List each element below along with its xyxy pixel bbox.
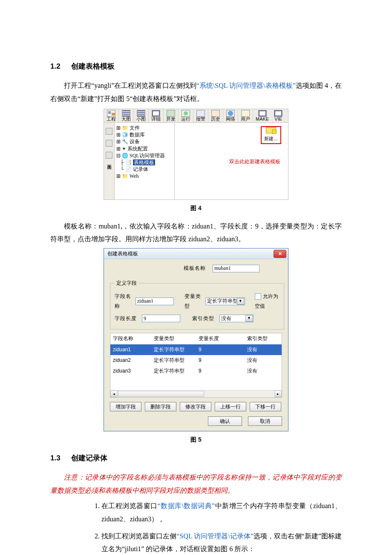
col-idx-type: 索引类型 <box>245 333 282 344</box>
user-icon <box>241 110 250 117</box>
tree-item-database[interactable]: ⊞ 🧊 数据库 <box>115 131 174 138</box>
cell: ziduan1 <box>110 344 151 355</box>
vtab-system[interactable]: 系统 <box>107 124 112 126</box>
toolbar-history[interactable]: 历史 <box>208 109 223 122</box>
figure-4-caption: 图 4 <box>50 202 342 214</box>
label: 运行 <box>181 117 190 121</box>
cell: 9 <box>196 355 245 366</box>
field-list[interactable]: 字段名称 变量类型 变量长度 索引类型 ziduan1 定长字符串型 9 没有 … <box>110 333 282 398</box>
dialog-title: 创建表格模板 <box>107 249 138 259</box>
label: 历史 <box>211 117 220 121</box>
toolbar-smallicon[interactable]: 小图 <box>134 109 149 122</box>
paragraph-1: 打开工程“yangli”在工程浏览器窗口左侧找到“系统\SQL 访问管理器\表格… <box>50 79 342 105</box>
figure-5-create-template-dialog: 创建表格模板 ✕ 模板名称 定义字段 字段名称 变量类型 定长字符串型 ▼ <box>104 248 288 431</box>
label: VIE <box>274 117 282 121</box>
browser-body: 系统 画面 词典 画面 ⊞ 📁 文件 ⊞ 🧊 数据库 ⊞ 🔧 设备 ⊞ ✴ 系统… <box>104 123 288 199</box>
modify-field-button[interactable]: 修改字段 <box>180 402 211 411</box>
path-link: “SQL 访问管理器\记录体” <box>176 532 254 540</box>
note-paragraph: 注意：记录体中的字段名称必须与表格模板中的字段名称保持一致，记录体中字段对应的变… <box>50 471 342 497</box>
move-down-button[interactable]: 下移一行 <box>250 402 281 411</box>
scroll-thumb[interactable] <box>118 391 204 397</box>
figure-5-caption: 图 5 <box>50 434 342 445</box>
toolbar-make[interactable]: MAKE <box>253 109 271 122</box>
list-row[interactable]: ziduan3 定长字符串型 9 没有 <box>110 366 282 376</box>
col-var-len: 变量长度 <box>196 333 245 344</box>
heading-title: 创建表格模板 <box>71 62 115 70</box>
toolbar-alarm[interactable]: 报警 <box>193 109 208 122</box>
text: 打开工程“yangli”在工程浏览器窗口左侧找到 <box>64 82 196 89</box>
toolbar-network[interactable]: 网络 <box>223 109 238 122</box>
vtab-icon[interactable] <box>106 140 112 147</box>
allow-null-checkbox[interactable]: 允许为空值 <box>255 292 280 311</box>
develop-icon <box>167 110 175 117</box>
tree-item-device[interactable]: ⊞ 🔧 设备 <box>115 138 174 145</box>
idx-type-label: 索引类型 <box>192 314 216 324</box>
tree-item-table-template[interactable]: ├ 📑 表格模板 <box>115 159 174 166</box>
toolbar-bigicon[interactable]: 大图 <box>119 109 134 122</box>
template-name-input[interactable] <box>213 265 259 272</box>
dialog-content: 模板名称 定义字段 字段名称 变量类型 定长字符串型 ▼ 允许为空值 <box>104 259 288 431</box>
cell: 没有 <box>245 366 282 376</box>
content-pane: 新建... 双击此处新建表格模板 <box>175 123 288 199</box>
toolbar-view[interactable]: VIE <box>271 109 282 122</box>
tree-item-sql-mgr[interactable]: ⊟ 🌐 SQL访问管理器 <box>115 152 174 159</box>
close-button[interactable]: ✕ <box>274 250 286 258</box>
label: 小图 <box>136 117 146 121</box>
list-row[interactable]: ziduan2 定长字符串型 9 没有 <box>110 355 282 366</box>
tree-item-file[interactable]: ⊞ 📁 文件 <box>115 124 174 131</box>
list-item: 在工程浏览器窗口“数据库\数据词典”中新增三个内存字符串型变量（ziduan1、… <box>101 500 342 526</box>
delete-field-button[interactable]: 删除字段 <box>145 402 176 411</box>
idx-type-select[interactable]: 没有 ▼ <box>219 315 254 322</box>
chevron-down-icon: ▼ <box>237 298 244 305</box>
cell: 定长字符串型 <box>151 355 196 366</box>
figure-4-project-browser: 工程 大图 小图 详细 开发 运行 报警 历史 网络 用户 MAKE VIE 系… <box>104 109 288 200</box>
template-name-label: 模板名称 <box>184 263 209 273</box>
alarm-icon <box>196 110 205 117</box>
cell: 定长字符串型 <box>151 366 196 376</box>
history-icon <box>211 110 220 117</box>
group-legend: 定义字段 <box>115 278 138 288</box>
tree-item-web[interactable]: ⊞ 📁 Web <box>115 173 174 179</box>
horizontal-scrollbar[interactable]: ◂ ▸ <box>110 390 282 397</box>
cell: ziduan2 <box>110 355 151 366</box>
chevron-down-icon: ▼ <box>245 315 253 322</box>
label: 详细 <box>151 117 161 121</box>
label: 大图 <box>121 117 131 121</box>
new-template-button[interactable]: 新建... <box>261 126 281 144</box>
vertical-tabs: 系统 画面 词典 画面 <box>104 123 115 199</box>
field-name-input[interactable] <box>135 298 174 305</box>
vtab-screen[interactable]: 画面 <box>107 136 112 138</box>
vtab-icon[interactable] <box>106 128 112 135</box>
field-button-row: 增加字段 删除字段 修改字段 上移一行 下移一行 <box>110 402 282 411</box>
vtab-icon[interactable] <box>106 152 112 159</box>
cell: 定长字符串型 <box>151 344 196 355</box>
toolbar-detail[interactable]: 详细 <box>149 109 164 122</box>
new-icon <box>266 127 276 133</box>
heading-1-2: 1.2 创建表格模板 <box>50 60 342 73</box>
vtab-screen2[interactable]: 画面 <box>107 160 112 162</box>
scroll-right-icon[interactable]: ▸ <box>274 390 282 397</box>
path-link: “数据库\数据词典” <box>158 502 215 509</box>
vtab-dict[interactable]: 词典 <box>107 148 112 150</box>
label: 开发 <box>166 117 176 121</box>
label: MAKE <box>256 117 269 121</box>
toolbar-project[interactable]: 工程 <box>104 109 119 122</box>
checkbox-icon <box>255 293 261 300</box>
ok-button[interactable]: 确认 <box>208 416 242 426</box>
dialog-button-row: 确认 取消 <box>110 416 282 426</box>
list-item: 找到工程浏览器窗口左侧“SQL 访问管理器\记录体”选项，双击右侧“新建”图标建… <box>101 530 342 555</box>
var-type-select[interactable]: 定长字符串型 ▼ <box>205 298 245 305</box>
text: 在工程浏览器窗口 <box>101 502 158 509</box>
add-field-button[interactable]: 增加字段 <box>110 402 141 411</box>
toolbar-run[interactable]: 运行 <box>179 109 193 122</box>
cancel-button[interactable]: 取消 <box>248 416 282 426</box>
scroll-left-icon[interactable]: ◂ <box>110 390 118 397</box>
move-up-button[interactable]: 上移一行 <box>215 402 246 411</box>
list-row[interactable]: ziduan1 定长字符串型 9 没有 <box>110 344 282 355</box>
toolbar-user[interactable]: 用户 <box>238 109 253 122</box>
toolbar-dev[interactable]: 开发 <box>164 109 179 122</box>
tree-item-sysconfig[interactable]: ⊞ ✴ 系统配置 <box>115 145 174 152</box>
tree-item-record[interactable]: └ 📄 记录体 <box>115 166 174 173</box>
field-len-input[interactable] <box>142 315 180 322</box>
run-icon <box>182 110 190 117</box>
